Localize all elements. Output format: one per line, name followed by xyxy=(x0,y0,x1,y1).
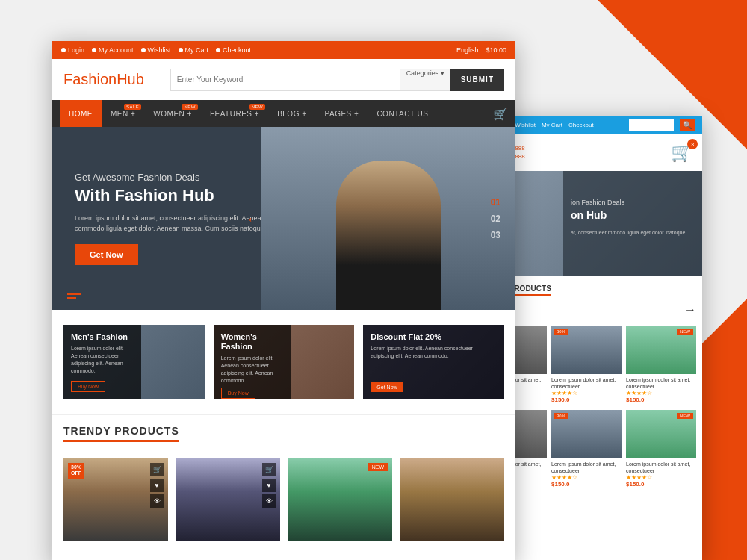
win2-cart-badge: 3 xyxy=(687,139,698,149)
category-womens[interactable]: Women's Fashion Lorem ipsum dolor elit. … xyxy=(214,325,355,399)
category-mens[interactable]: Men's Fashion Lorem ipsum dolor elit. Ae… xyxy=(63,325,205,399)
wishlist-dot xyxy=(141,48,146,52)
win2-hero-title: on Hub xyxy=(571,209,695,221)
category-mens-btn[interactable]: Buy Now xyxy=(71,381,105,392)
nav-contact[interactable]: CONTACT US xyxy=(368,100,437,127)
category-womens-title: Women's Fashion xyxy=(221,332,284,352)
mycart-dot xyxy=(179,48,183,52)
hero-model xyxy=(261,127,515,310)
hero-line-1 xyxy=(67,293,81,295)
nav-home[interactable]: HOME xyxy=(60,100,102,127)
product-4[interactable] xyxy=(400,458,504,541)
topbar-checkout[interactable]: Checkout xyxy=(216,46,251,54)
category-womens-btn[interactable]: Buy Now xyxy=(221,388,255,399)
search-area: Categories ▾ SUBMIT xyxy=(170,69,504,91)
category-mens-overlay: Men's Fashion Lorem ipsum dolor elit. Ae… xyxy=(63,325,141,399)
nav-men[interactable]: MEN + SALE xyxy=(102,100,144,127)
win2-product-6-price: $150.0 xyxy=(626,481,696,488)
categories-dropdown[interactable]: Categories ▾ xyxy=(400,69,450,91)
nav-cart-icon[interactable]: 🛒 xyxy=(493,107,508,121)
topbar-account[interactable]: My Account xyxy=(92,46,134,54)
hero-title: With Fashion Hub xyxy=(75,186,285,205)
win2-cart-icon[interactable]: 🛒 3 xyxy=(671,142,693,163)
hero-prev-arrow[interactable]: ← xyxy=(246,210,261,227)
search-input[interactable] xyxy=(170,69,400,91)
hero-cta-button[interactable]: Get Now xyxy=(75,244,138,265)
win2-product-5-info: Lorem ipsum dolor sit amet, consectueer … xyxy=(551,458,622,490)
slide-3[interactable]: 03 xyxy=(491,230,500,240)
win2-search-button[interactable]: 🔍 xyxy=(680,119,695,131)
win2-search-input[interactable] xyxy=(629,119,674,131)
logo-hub-h: H xyxy=(117,71,127,87)
nav-blog-label: BLOG + xyxy=(277,110,306,118)
win2-product-2[interactable]: 30% Lorem ipsum dolor sit amet, consectu… xyxy=(551,326,622,405)
nav-blog[interactable]: BLOG + xyxy=(268,100,315,127)
win2-hero-content: ion Fashion Deals on Hub at, consectueer… xyxy=(563,171,702,276)
product-3-new-badge: NEW xyxy=(368,463,388,471)
topbar-wishlist[interactable]: Wishlist xyxy=(141,46,171,54)
win2-product-3-info: Lorem ipsum dolor sit amet, consectueer … xyxy=(626,374,696,405)
product-1[interactable]: 30%OFF 🛒 ♥ 👁 xyxy=(63,458,168,541)
product-2-image: 🛒 ♥ 👁 xyxy=(176,458,280,541)
product-4-bg xyxy=(400,458,504,541)
product-1-view-btn[interactable]: 👁 xyxy=(150,494,164,508)
top-bar-right: English $10.00 xyxy=(456,46,506,54)
topbar-login[interactable]: Login xyxy=(61,46,84,54)
search-submit-button[interactable]: SUBMIT xyxy=(450,69,504,91)
win2-product-5[interactable]: 30% Lorem ipsum dolor sit amet, consectu… xyxy=(551,410,622,490)
trendy-section-title: TRENDY PRODUCTS xyxy=(63,425,179,442)
slide-2[interactable]: 02 xyxy=(491,214,500,224)
product-2-actions: 🛒 ♥ 👁 xyxy=(262,463,276,508)
product-2[interactable]: 🛒 ♥ 👁 xyxy=(176,458,280,541)
win2-product-5-stars: ★★★★☆ xyxy=(551,474,622,481)
win2-product-2-badge: 30% xyxy=(554,329,568,335)
site-logo[interactable]: FashionHub xyxy=(63,71,144,88)
nav-women-badge: NEW xyxy=(182,104,198,110)
win2-product-6-badge: NEW xyxy=(677,413,693,419)
nav-pages[interactable]: PAGES + xyxy=(316,100,368,127)
product-2-cart-btn[interactable]: 🛒 xyxy=(262,463,276,476)
slide-1[interactable]: 01 xyxy=(491,197,500,208)
checkout-dot xyxy=(216,48,220,52)
product-3[interactable]: NEW xyxy=(288,458,392,541)
win2-product-5-badge: 30% xyxy=(554,413,568,419)
hero-decorative-lines xyxy=(67,293,81,299)
nav-women[interactable]: WOMEN + NEW xyxy=(144,100,201,127)
category-mens-title: Men's Fashion xyxy=(71,332,134,342)
main-browser-window: Login My Account Wishlist My Cart Checko… xyxy=(52,41,515,560)
category-discount[interactable]: Discount Flat 20% Lorem ipsum dolor elit… xyxy=(363,325,504,399)
win2-product-5-name: Lorem ipsum dolor sit amet, consectueer xyxy=(551,461,622,474)
win2-product-6[interactable]: NEW Lorem ipsum dolor sit amet, consectu… xyxy=(626,410,696,490)
logo-hub-rest: ub xyxy=(128,71,144,87)
nav-bar: HOME MEN + SALE WOMEN + NEW FEATURES + N… xyxy=(52,100,515,127)
category-discount-btn[interactable]: Get Now xyxy=(371,382,403,392)
win2-cart[interactable]: My Cart xyxy=(542,122,562,128)
win2-product-6-info: Lorem ipsum dolor sit amet, consectueer … xyxy=(626,458,696,490)
win2-product-6-name: Lorem ipsum dolor sit amet, consectueer xyxy=(626,461,696,474)
hero-section: Get Awesome Fashion Deals With Fashion H… xyxy=(52,127,515,310)
nav-features[interactable]: FEATURES + NEW xyxy=(201,100,268,127)
win2-wishlist[interactable]: Wishlist xyxy=(515,122,536,128)
product-2-view-btn[interactable]: 👁 xyxy=(262,494,276,508)
product-1-cart-btn[interactable]: 🛒 xyxy=(150,463,164,476)
win2-product-3[interactable]: NEW Lorem ipsum dolor sit amet, consectu… xyxy=(626,326,696,405)
category-discount-title: Discount Flat 20% xyxy=(371,332,497,342)
product-1-wishlist-btn[interactable]: ♥ xyxy=(150,479,164,492)
product-3-image: NEW xyxy=(288,458,392,541)
win2-checkout[interactable]: Checkout xyxy=(568,122,594,128)
win2-product-3-price: $150.0 xyxy=(626,396,696,403)
hero-line-2 xyxy=(67,297,76,299)
category-womens-overlay: Women's Fashion Lorem ipsum dolor elit. … xyxy=(214,325,291,399)
nav-features-label: FEATURES + xyxy=(210,110,259,118)
category-mens-desc: Lorem ipsum dolor elit. Aenean consectue… xyxy=(71,345,134,374)
category-discount-overlay: Discount Flat 20% Lorem ipsum dolor elit… xyxy=(363,325,504,399)
topbar-mycart[interactable]: My Cart xyxy=(179,46,209,54)
product-1-actions: 🛒 ♥ 👁 xyxy=(150,463,164,508)
nav-men-badge: SALE xyxy=(124,104,141,110)
hero-image xyxy=(261,127,515,310)
nav-men-label: MEN + xyxy=(111,110,135,118)
nav-pages-label: PAGES + xyxy=(325,110,359,118)
nav-features-badge: NEW xyxy=(249,104,266,110)
product-2-wishlist-btn[interactable]: ♥ xyxy=(262,479,276,492)
topbar-language[interactable]: English xyxy=(456,46,479,54)
